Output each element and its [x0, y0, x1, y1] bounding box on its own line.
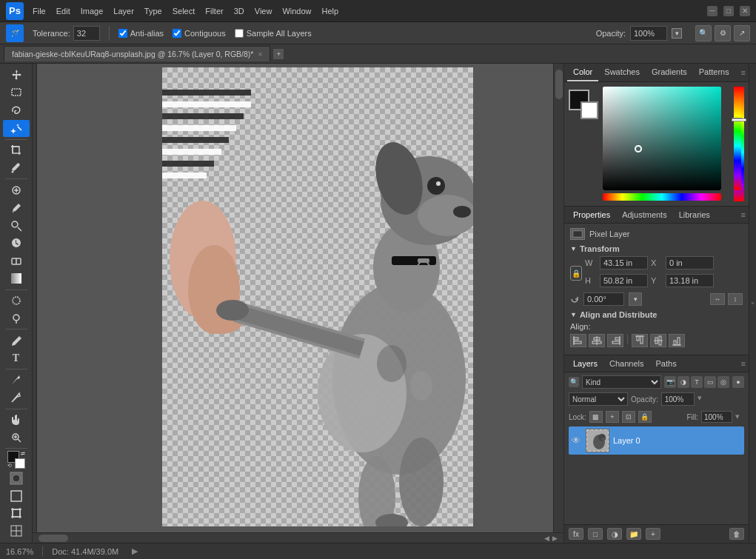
- color-tab[interactable]: Color: [567, 64, 598, 81]
- brush-tool[interactable]: [3, 199, 30, 216]
- rotate-dropdown[interactable]: ▾: [629, 292, 642, 306]
- filter-pixel-icon[interactable]: 📷: [664, 376, 676, 388]
- layer-visibility-toggle[interactable]: 👁: [572, 435, 582, 446]
- crop-tool[interactable]: [3, 142, 30, 159]
- scroll-thumb[interactable]: [39, 535, 68, 542]
- filter-text-icon[interactable]: T: [691, 376, 703, 388]
- dodge-tool[interactable]: [3, 309, 30, 327]
- tolerance-input[interactable]: [73, 26, 100, 41]
- close-button[interactable]: ✕: [740, 6, 750, 16]
- align-section[interactable]: ▼ Align and Distribute: [570, 310, 743, 319]
- menu-help[interactable]: Help: [322, 7, 339, 16]
- canvas-wrapper[interactable]: [162, 67, 473, 526]
- flip-vertical-button[interactable]: ↕: [728, 293, 743, 305]
- background-swatch[interactable]: [581, 101, 598, 119]
- lasso-tool[interactable]: [3, 102, 30, 119]
- gradients-tab[interactable]: Gradients: [646, 64, 693, 81]
- align-middle-button[interactable]: [650, 334, 666, 347]
- layers-panel-menu[interactable]: ≡: [741, 359, 746, 368]
- libraries-tab[interactable]: Libraries: [673, 207, 716, 223]
- direct-selection-tool[interactable]: [3, 389, 30, 406]
- height-input[interactable]: [600, 274, 648, 287]
- properties-tab[interactable]: Properties: [567, 207, 616, 223]
- opacity-input[interactable]: [630, 26, 667, 41]
- width-input[interactable]: [600, 256, 648, 270]
- new-group-button[interactable]: 📁: [626, 528, 641, 540]
- color-panel-menu[interactable]: ≡: [741, 68, 746, 77]
- menu-window[interactable]: Window: [282, 7, 311, 16]
- adjustments-tab[interactable]: Adjustments: [616, 207, 673, 223]
- layer-opacity-input[interactable]: [661, 392, 695, 406]
- maximize-button[interactable]: □: [723, 6, 734, 16]
- layer-effects-button[interactable]: fx: [569, 528, 583, 540]
- slice-tool[interactable]: [3, 523, 30, 540]
- x-input[interactable]: [666, 256, 714, 270]
- menu-select[interactable]: Select: [173, 7, 195, 16]
- gradient-tool[interactable]: [3, 270, 30, 287]
- move-tool[interactable]: [3, 67, 30, 84]
- pen-tool[interactable]: [3, 332, 30, 349]
- menu-edit[interactable]: Edit: [56, 7, 70, 16]
- aspect-lock[interactable]: 🔒: [570, 266, 582, 281]
- align-center-h-button[interactable]: [589, 334, 605, 347]
- hue-bar[interactable]: [603, 193, 721, 201]
- eraser-tool[interactable]: [3, 252, 30, 270]
- menu-filter[interactable]: Filter: [205, 7, 223, 16]
- foreground-background-swatches[interactable]: [569, 90, 598, 119]
- menu-layer[interactable]: Layer: [113, 7, 134, 16]
- color-saturation-brightness[interactable]: [603, 87, 721, 190]
- minimize-button[interactable]: ─: [707, 6, 717, 16]
- panel-search-button[interactable]: 🔍: [695, 25, 712, 41]
- new-layer-button[interactable]: +: [646, 528, 660, 540]
- fill-dropdown-arrow[interactable]: ▾: [735, 412, 744, 422]
- delete-layer-button[interactable]: 🗑: [729, 528, 744, 540]
- filter-shape-icon[interactable]: ▭: [704, 376, 716, 388]
- opacity-dropdown[interactable]: ▾: [672, 28, 682, 39]
- rotate-input[interactable]: [583, 292, 624, 306]
- y-input[interactable]: [666, 274, 714, 287]
- share-button[interactable]: ↗: [734, 25, 750, 41]
- menu-type[interactable]: Type: [144, 7, 162, 16]
- transform-section[interactable]: ▼ Transform: [570, 244, 743, 253]
- eyedropper-tool[interactable]: [3, 159, 30, 176]
- add-mask-button[interactable]: □: [588, 528, 603, 540]
- doc-info-arrow[interactable]: ▶: [132, 546, 144, 557]
- lock-pixels-button[interactable]: ▩: [589, 411, 603, 423]
- selection-tool[interactable]: [3, 84, 30, 101]
- clone-stamp-tool[interactable]: [3, 217, 30, 234]
- filter-smart-icon[interactable]: ◎: [717, 376, 729, 388]
- text-tool[interactable]: T: [3, 349, 30, 366]
- document-tab[interactable]: fabian-gieske-cbIKeuURaq8-unsplash.jpg @…: [4, 46, 270, 61]
- menu-3d[interactable]: 3D: [234, 7, 244, 16]
- lock-position-button[interactable]: +: [606, 411, 619, 423]
- quick-mask-button[interactable]: [3, 469, 30, 486]
- opacity-dropdown-arrow[interactable]: ▾: [698, 393, 706, 405]
- history-brush-tool[interactable]: [3, 235, 30, 252]
- channels-tab[interactable]: Channels: [603, 355, 649, 372]
- hue-strip[interactable]: [734, 87, 741, 190]
- hand-tool[interactable]: [3, 411, 30, 428]
- blend-mode-select[interactable]: Normal Multiply Screen Overlay: [569, 392, 628, 406]
- layer-0-item[interactable]: 👁: [569, 426, 744, 455]
- anti-alias-checkbox[interactable]: [118, 29, 127, 38]
- canvas-area[interactable]: ◀▶: [33, 64, 563, 543]
- zoom-tool[interactable]: [3, 429, 30, 446]
- magic-wand-tool[interactable]: [3, 120, 30, 137]
- paths-tab[interactable]: Paths: [650, 355, 683, 372]
- path-selection-tool[interactable]: [3, 372, 30, 389]
- scroll-thumb-v[interactable]: [555, 70, 563, 99]
- right-panel-collapse[interactable]: »: [749, 64, 756, 543]
- color-picker[interactable]: [603, 87, 729, 201]
- menu-view[interactable]: View: [255, 7, 272, 16]
- layers-tab[interactable]: Layers: [567, 355, 603, 372]
- artboard-tool[interactable]: [3, 505, 30, 522]
- menu-file[interactable]: File: [33, 7, 46, 16]
- screen-mode-button[interactable]: [3, 487, 30, 504]
- patterns-tab[interactable]: Patterns: [693, 64, 735, 81]
- new-tab-button[interactable]: +: [273, 49, 284, 59]
- healing-tool[interactable]: [3, 181, 30, 198]
- filter-toggle[interactable]: ●: [732, 376, 744, 388]
- properties-panel-menu[interactable]: ≡: [741, 210, 746, 219]
- foreground-color-swatch[interactable]: ⟲ ⇌: [3, 451, 30, 469]
- vertical-scrollbar[interactable]: [553, 64, 563, 532]
